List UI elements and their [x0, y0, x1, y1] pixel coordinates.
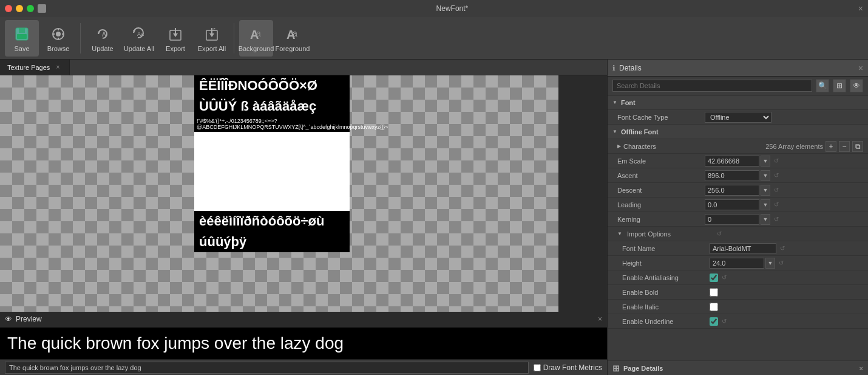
font-cache-type-label: Font Cache Type: [617, 114, 702, 121]
draw-metrics-label: Draw Font Metrics: [543, 363, 602, 372]
preview-collapse[interactable]: ×: [598, 315, 602, 323]
descent-reset[interactable]: ↺: [771, 185, 781, 195]
window-title: NewFont*: [50, 4, 855, 13]
page-details-close[interactable]: ×: [860, 365, 863, 372]
tab-texture-pages[interactable]: Texture Pages ×: [0, 60, 70, 75]
details-close-button[interactable]: ×: [858, 63, 863, 73]
export-label: Export: [166, 45, 185, 52]
font-cache-type-row: Font Cache Type Offline Dynamic Pre-rend…: [608, 110, 868, 125]
maximize-button[interactable]: [27, 5, 34, 12]
kerning-input[interactable]: [705, 214, 759, 225]
kerning-reset[interactable]: ↺: [771, 215, 781, 224]
ascent-reset[interactable]: ↺: [771, 171, 781, 181]
kerning-spin-down[interactable]: ▼: [761, 214, 770, 225]
titlebar-close[interactable]: ×: [858, 4, 863, 13]
section-offline-font[interactable]: ▼ Offline Font: [608, 125, 868, 139]
leading-spin-down[interactable]: ▼: [761, 199, 770, 210]
em-scale-value: ▼ ↺: [705, 156, 863, 167]
enable-antialiasing-reset[interactable]: ↺: [719, 273, 729, 283]
search-input[interactable]: [612, 80, 812, 92]
preview-large-text: The quick brown fox jumps over the lazy …: [7, 332, 600, 354]
characters-label: Characters: [623, 143, 763, 150]
enable-antialiasing-label: Enable Antialiasing: [622, 274, 707, 281]
foreground-button[interactable]: Aa Foreground: [276, 20, 310, 57]
toolbar: Save Browse A Update Aa Update All Expor…: [0, 17, 868, 60]
preview-bar: 👁 Preview ×: [0, 312, 607, 328]
characters-row[interactable]: ▶ Characters 256 Array elements + − ⧉: [608, 139, 868, 154]
leading-input[interactable]: [705, 199, 759, 210]
svg-point-4: [56, 32, 61, 36]
update-all-button[interactable]: Aa Update All: [122, 20, 156, 57]
details-title: Details: [619, 64, 855, 72]
characters-remove-button[interactable]: −: [839, 141, 850, 152]
search-button[interactable]: 🔍: [816, 79, 829, 92]
font-name-label: Font Name: [622, 245, 707, 252]
em-scale-reset[interactable]: ↺: [771, 156, 781, 166]
height-value: ▼ ↺: [710, 258, 863, 269]
browse-button[interactable]: Browse: [41, 20, 75, 57]
save-button[interactable]: Save: [5, 20, 39, 57]
leading-reset[interactable]: ↺: [771, 200, 781, 210]
ascent-row: Ascent ▼ ↺: [608, 168, 868, 183]
svg-text:Aa: Aa: [137, 31, 144, 37]
leading-row: Leading ▼ ↺: [608, 198, 868, 212]
em-scale-spin-down[interactable]: ▼: [761, 156, 770, 167]
font-cache-type-select[interactable]: Offline Dynamic Pre-rendered: [705, 112, 771, 123]
canvas-area[interactable]: ÊËÏÎÎÐNOÓÔÕÖ×Ø ÙÛÜÝ ß àáâãäåæç !"#$%&'()…: [0, 75, 607, 312]
section-page-details[interactable]: ⊞ Page Details ×: [608, 360, 868, 375]
ascent-input[interactable]: [705, 170, 759, 181]
section-font[interactable]: ▼ Font: [608, 95, 868, 110]
app-icon: [38, 4, 46, 13]
enable-italic-checkbox[interactable]: [710, 303, 718, 311]
search-bar: 🔍 ⊞ 👁: [608, 77, 868, 95]
characters-arrow: ▶: [617, 143, 621, 149]
close-button[interactable]: [5, 5, 12, 12]
font-name-row: Font Name ↺: [608, 241, 868, 256]
enable-antialiasing-row: Enable Antialiasing ↺: [608, 270, 868, 285]
descent-value: ▼ ↺: [705, 185, 863, 196]
kerning-row: Kerning ▼ ↺: [608, 212, 868, 227]
enable-underline-checkbox[interactable]: [710, 317, 718, 326]
import-options-reset-btn[interactable]: ↺: [714, 229, 724, 239]
enable-underline-value: ↺: [710, 317, 863, 326]
enable-italic-value: [710, 303, 863, 311]
tab-bar: Texture Pages ×: [0, 60, 607, 75]
characters-add-button[interactable]: +: [826, 141, 836, 152]
font-name-reset[interactable]: ↺: [778, 244, 787, 253]
height-spin-down[interactable]: ▼: [765, 258, 775, 269]
import-options-arrow: ▼: [617, 231, 622, 236]
font-name-input[interactable]: [710, 243, 776, 254]
ascent-spin-down[interactable]: ▼: [761, 170, 770, 181]
tab-texture-pages-close[interactable]: ×: [53, 63, 62, 72]
descent-spin-down[interactable]: ▼: [761, 185, 770, 196]
update-icon: A: [93, 24, 112, 44]
enable-bold-checkbox[interactable]: [710, 288, 718, 297]
export-all-label: Export All: [198, 45, 226, 52]
eye-button[interactable]: 👁: [850, 79, 863, 92]
minimize-button[interactable]: [16, 5, 23, 12]
offline-font-section-label: Offline Font: [621, 128, 659, 136]
height-input[interactable]: [710, 258, 764, 269]
import-options-row[interactable]: ▼ Import Options ↺: [608, 227, 868, 241]
export-button[interactable]: Export: [158, 20, 192, 57]
enable-underline-reset[interactable]: ↺: [719, 317, 729, 326]
svg-text:a: a: [293, 29, 297, 38]
export-all-button[interactable]: z Export All: [195, 20, 229, 57]
font-section-arrow: ▼: [612, 100, 617, 105]
descent-input[interactable]: [705, 185, 759, 196]
titlebar: NewFont* ×: [0, 0, 868, 17]
draw-metrics-checkbox[interactable]: [534, 364, 541, 371]
height-reset[interactable]: ↺: [776, 258, 786, 268]
background-button[interactable]: Aa Background: [239, 20, 273, 57]
enable-antialiasing-checkbox[interactable]: [710, 274, 718, 282]
import-options-label: Import Options: [627, 230, 712, 238]
enable-italic-label: Enable Italic: [622, 303, 707, 311]
characters-duplicate-button[interactable]: ⧉: [852, 141, 863, 152]
ascent-value: ▼ ↺: [705, 170, 863, 181]
font-preview-strip: ÊËÏÎÎÐNOÓÔÕÖ×Ø ÙÛÜÝ ß àáâãäåæç !"#$%&'()…: [194, 75, 350, 252]
import-options-reset: ↺: [714, 229, 863, 239]
update-button[interactable]: A Update: [86, 20, 120, 57]
em-scale-input[interactable]: [705, 156, 759, 167]
grid-view-button[interactable]: ⊞: [833, 79, 846, 92]
preview-input[interactable]: [5, 362, 529, 374]
